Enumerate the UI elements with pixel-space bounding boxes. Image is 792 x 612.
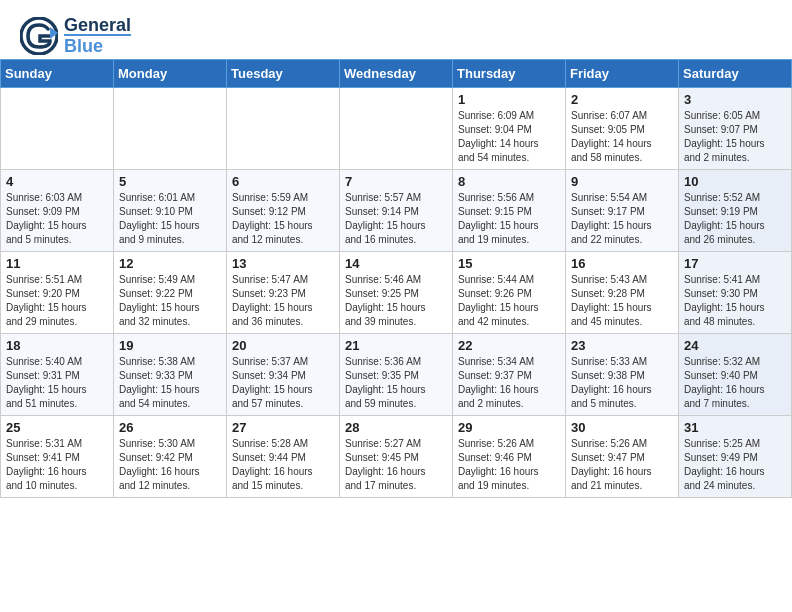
day-info: Sunrise: 6:01 AM Sunset: 9:10 PM Dayligh…: [119, 191, 221, 247]
calendar: Sunday Monday Tuesday Wednesday Thursday…: [0, 59, 792, 498]
day-info: Sunrise: 5:31 AM Sunset: 9:41 PM Dayligh…: [6, 437, 108, 493]
day-number: 22: [458, 338, 560, 353]
header-thursday: Thursday: [453, 60, 566, 88]
calendar-week-row: 11Sunrise: 5:51 AM Sunset: 9:20 PM Dayli…: [1, 252, 792, 334]
day-info: Sunrise: 6:03 AM Sunset: 9:09 PM Dayligh…: [6, 191, 108, 247]
day-info: Sunrise: 5:27 AM Sunset: 9:45 PM Dayligh…: [345, 437, 447, 493]
day-number: 16: [571, 256, 673, 271]
day-info: Sunrise: 5:51 AM Sunset: 9:20 PM Dayligh…: [6, 273, 108, 329]
calendar-cell: [1, 88, 114, 170]
day-info: Sunrise: 6:07 AM Sunset: 9:05 PM Dayligh…: [571, 109, 673, 165]
calendar-cell: 21Sunrise: 5:36 AM Sunset: 9:35 PM Dayli…: [340, 334, 453, 416]
day-info: Sunrise: 5:56 AM Sunset: 9:15 PM Dayligh…: [458, 191, 560, 247]
day-number: 5: [119, 174, 221, 189]
calendar-cell: 1Sunrise: 6:09 AM Sunset: 9:04 PM Daylig…: [453, 88, 566, 170]
day-info: Sunrise: 5:54 AM Sunset: 9:17 PM Dayligh…: [571, 191, 673, 247]
day-number: 21: [345, 338, 447, 353]
day-info: Sunrise: 5:30 AM Sunset: 9:42 PM Dayligh…: [119, 437, 221, 493]
day-number: 13: [232, 256, 334, 271]
day-info: Sunrise: 5:40 AM Sunset: 9:31 PM Dayligh…: [6, 355, 108, 411]
day-number: 25: [6, 420, 108, 435]
day-info: Sunrise: 5:41 AM Sunset: 9:30 PM Dayligh…: [684, 273, 786, 329]
calendar-cell: [227, 88, 340, 170]
day-info: Sunrise: 6:09 AM Sunset: 9:04 PM Dayligh…: [458, 109, 560, 165]
day-info: Sunrise: 5:38 AM Sunset: 9:33 PM Dayligh…: [119, 355, 221, 411]
calendar-cell: 11Sunrise: 5:51 AM Sunset: 9:20 PM Dayli…: [1, 252, 114, 334]
day-info: Sunrise: 5:47 AM Sunset: 9:23 PM Dayligh…: [232, 273, 334, 329]
day-info: Sunrise: 5:52 AM Sunset: 9:19 PM Dayligh…: [684, 191, 786, 247]
day-info: Sunrise: 5:36 AM Sunset: 9:35 PM Dayligh…: [345, 355, 447, 411]
day-info: Sunrise: 5:26 AM Sunset: 9:46 PM Dayligh…: [458, 437, 560, 493]
calendar-cell: 14Sunrise: 5:46 AM Sunset: 9:25 PM Dayli…: [340, 252, 453, 334]
calendar-cell: 7Sunrise: 5:57 AM Sunset: 9:14 PM Daylig…: [340, 170, 453, 252]
calendar-cell: 24Sunrise: 5:32 AM Sunset: 9:40 PM Dayli…: [679, 334, 792, 416]
header: General Blue: [0, 0, 792, 59]
calendar-cell: 20Sunrise: 5:37 AM Sunset: 9:34 PM Dayli…: [227, 334, 340, 416]
header-wednesday: Wednesday: [340, 60, 453, 88]
calendar-cell: 16Sunrise: 5:43 AM Sunset: 9:28 PM Dayli…: [566, 252, 679, 334]
calendar-cell: 18Sunrise: 5:40 AM Sunset: 9:31 PM Dayli…: [1, 334, 114, 416]
day-info: Sunrise: 5:33 AM Sunset: 9:38 PM Dayligh…: [571, 355, 673, 411]
day-number: 19: [119, 338, 221, 353]
calendar-cell: 10Sunrise: 5:52 AM Sunset: 9:19 PM Dayli…: [679, 170, 792, 252]
calendar-cell: 9Sunrise: 5:54 AM Sunset: 9:17 PM Daylig…: [566, 170, 679, 252]
day-number: 14: [345, 256, 447, 271]
day-number: 23: [571, 338, 673, 353]
day-number: 31: [684, 420, 786, 435]
calendar-cell: [340, 88, 453, 170]
day-number: 30: [571, 420, 673, 435]
calendar-cell: 5Sunrise: 6:01 AM Sunset: 9:10 PM Daylig…: [114, 170, 227, 252]
day-info: Sunrise: 5:43 AM Sunset: 9:28 PM Dayligh…: [571, 273, 673, 329]
logo: General Blue: [20, 16, 131, 55]
header-saturday: Saturday: [679, 60, 792, 88]
day-number: 28: [345, 420, 447, 435]
calendar-cell: 6Sunrise: 5:59 AM Sunset: 9:12 PM Daylig…: [227, 170, 340, 252]
calendar-cell: 22Sunrise: 5:34 AM Sunset: 9:37 PM Dayli…: [453, 334, 566, 416]
calendar-cell: 31Sunrise: 5:25 AM Sunset: 9:49 PM Dayli…: [679, 416, 792, 498]
calendar-cell: 4Sunrise: 6:03 AM Sunset: 9:09 PM Daylig…: [1, 170, 114, 252]
calendar-week-row: 4Sunrise: 6:03 AM Sunset: 9:09 PM Daylig…: [1, 170, 792, 252]
calendar-cell: 19Sunrise: 5:38 AM Sunset: 9:33 PM Dayli…: [114, 334, 227, 416]
calendar-cell: 27Sunrise: 5:28 AM Sunset: 9:44 PM Dayli…: [227, 416, 340, 498]
calendar-cell: 12Sunrise: 5:49 AM Sunset: 9:22 PM Dayli…: [114, 252, 227, 334]
calendar-cell: 15Sunrise: 5:44 AM Sunset: 9:26 PM Dayli…: [453, 252, 566, 334]
day-info: Sunrise: 5:46 AM Sunset: 9:25 PM Dayligh…: [345, 273, 447, 329]
day-number: 7: [345, 174, 447, 189]
calendar-cell: 3Sunrise: 6:05 AM Sunset: 9:07 PM Daylig…: [679, 88, 792, 170]
header-tuesday: Tuesday: [227, 60, 340, 88]
day-number: 10: [684, 174, 786, 189]
day-info: Sunrise: 5:49 AM Sunset: 9:22 PM Dayligh…: [119, 273, 221, 329]
calendar-cell: 26Sunrise: 5:30 AM Sunset: 9:42 PM Dayli…: [114, 416, 227, 498]
day-number: 8: [458, 174, 560, 189]
header-sunday: Sunday: [1, 60, 114, 88]
calendar-week-row: 25Sunrise: 5:31 AM Sunset: 9:41 PM Dayli…: [1, 416, 792, 498]
day-info: Sunrise: 5:59 AM Sunset: 9:12 PM Dayligh…: [232, 191, 334, 247]
calendar-cell: 23Sunrise: 5:33 AM Sunset: 9:38 PM Dayli…: [566, 334, 679, 416]
calendar-header-row: Sunday Monday Tuesday Wednesday Thursday…: [1, 60, 792, 88]
day-info: Sunrise: 5:28 AM Sunset: 9:44 PM Dayligh…: [232, 437, 334, 493]
day-number: 17: [684, 256, 786, 271]
calendar-cell: [114, 88, 227, 170]
calendar-cell: 8Sunrise: 5:56 AM Sunset: 9:15 PM Daylig…: [453, 170, 566, 252]
day-number: 9: [571, 174, 673, 189]
day-number: 1: [458, 92, 560, 107]
day-number: 27: [232, 420, 334, 435]
day-info: Sunrise: 5:37 AM Sunset: 9:34 PM Dayligh…: [232, 355, 334, 411]
day-number: 2: [571, 92, 673, 107]
day-info: Sunrise: 5:34 AM Sunset: 9:37 PM Dayligh…: [458, 355, 560, 411]
header-friday: Friday: [566, 60, 679, 88]
day-info: Sunrise: 5:57 AM Sunset: 9:14 PM Dayligh…: [345, 191, 447, 247]
day-number: 11: [6, 256, 108, 271]
day-number: 15: [458, 256, 560, 271]
calendar-cell: 28Sunrise: 5:27 AM Sunset: 9:45 PM Dayli…: [340, 416, 453, 498]
calendar-week-row: 1Sunrise: 6:09 AM Sunset: 9:04 PM Daylig…: [1, 88, 792, 170]
day-number: 29: [458, 420, 560, 435]
day-number: 6: [232, 174, 334, 189]
day-info: Sunrise: 5:25 AM Sunset: 9:49 PM Dayligh…: [684, 437, 786, 493]
calendar-cell: 13Sunrise: 5:47 AM Sunset: 9:23 PM Dayli…: [227, 252, 340, 334]
day-number: 24: [684, 338, 786, 353]
day-number: 12: [119, 256, 221, 271]
calendar-cell: 25Sunrise: 5:31 AM Sunset: 9:41 PM Dayli…: [1, 416, 114, 498]
day-number: 26: [119, 420, 221, 435]
calendar-cell: 17Sunrise: 5:41 AM Sunset: 9:30 PM Dayli…: [679, 252, 792, 334]
